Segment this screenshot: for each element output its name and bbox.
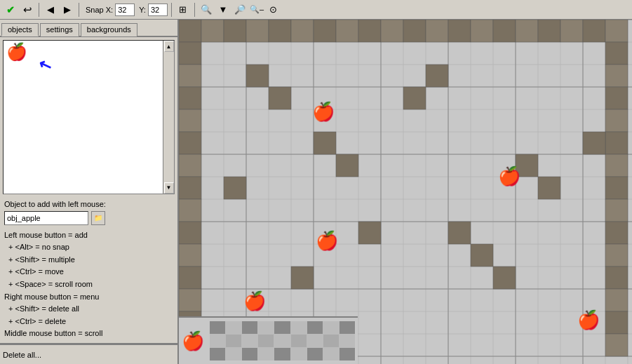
instr-line-2: + <Alt> = no snap [4, 241, 173, 254]
svg-rect-30 [179, 199, 201, 222]
svg-rect-11 [358, 20, 381, 42]
tab-settings-label: settings [46, 25, 73, 34]
search-icon: 🔍 [201, 4, 212, 15]
preview-cell [339, 348, 355, 360]
svg-rect-33 [179, 267, 201, 289]
svg-rect-49 [605, 311, 628, 334]
svg-rect-63 [583, 132, 605, 154]
svg-rect-51 [246, 65, 269, 87]
instr-line-1: Left mouse button = add [4, 229, 173, 242]
search-dropdown-button[interactable]: ▼ [215, 2, 231, 18]
svg-rect-27 [179, 132, 201, 154]
snap-x-label: Snap X: [86, 6, 113, 14]
snap-x-input[interactable]: 32 [115, 4, 135, 16]
undo-button[interactable]: ↩ [20, 2, 35, 18]
zoom-reset-button[interactable]: ⊙ [266, 2, 281, 18]
scroll-down-btn[interactable]: ▼ [164, 182, 174, 194]
forward-icon: ▶ [64, 4, 71, 15]
svg-rect-65 [426, 65, 448, 87]
zoom-in-icon: 🔎 [234, 4, 246, 15]
object-name-input[interactable]: obj_apple [4, 211, 88, 225]
svg-rect-16 [471, 20, 493, 42]
svg-rect-57 [471, 244, 493, 267]
svg-rect-26 [179, 109, 201, 132]
tab-objects[interactable]: objects [1, 23, 39, 36]
svg-rect-14 [426, 20, 448, 42]
zoom-in-button[interactable]: 🔎 [232, 2, 248, 18]
bottom-preview-strip: 🍎 [179, 316, 358, 364]
bottom-strip: Delete all... [0, 344, 177, 364]
svg-rect-12 [381, 20, 403, 42]
svg-rect-18 [516, 20, 538, 42]
preview-cell [323, 348, 339, 360]
preview-cell [258, 335, 274, 347]
svg-rect-52 [269, 87, 291, 109]
search-button[interactable]: 🔍 [199, 2, 214, 18]
svg-rect-56 [448, 222, 471, 244]
svg-rect-23 [179, 42, 201, 65]
zoom-out-button[interactable]: 🔍– [249, 2, 264, 18]
preview-cell [258, 348, 274, 360]
preview-cell [274, 348, 290, 360]
tab-backgrounds[interactable]: backgrounds [81, 23, 137, 36]
toolbar-separator-3 [171, 3, 172, 17]
check-icon: ✔ [6, 4, 15, 15]
object-info-section: Object to add with left mouse: obj_apple… [0, 197, 177, 343]
browse-button[interactable]: 📁 [91, 211, 105, 225]
object-input-row: obj_apple 📁 [4, 211, 173, 225]
canvas-area[interactable]: 🍎 🍎 🍎 🍎 🍎 🍎 [179, 20, 632, 364]
svg-rect-59 [516, 154, 538, 177]
svg-rect-44 [605, 199, 628, 222]
forward-button[interactable]: ▶ [60, 2, 75, 18]
svg-rect-28 [179, 154, 201, 177]
main-layout: objects settings backgrounds 🍎 ↖ ▲ ▼ O [0, 20, 632, 364]
svg-rect-47 [605, 267, 628, 289]
svg-rect-9 [314, 20, 336, 42]
preview-cell [258, 321, 274, 334]
svg-rect-24 [179, 65, 201, 87]
preview-cell [307, 335, 323, 347]
svg-rect-10 [336, 20, 358, 42]
tab-settings[interactable]: settings [40, 23, 79, 36]
instr-line-6: Right mouse button = menu [4, 291, 173, 304]
zoom-reset-icon: ⊙ [269, 4, 277, 15]
svg-rect-40 [605, 109, 628, 132]
preview-cell [210, 348, 225, 360]
toolbar-separator-1 [39, 3, 39, 17]
svg-rect-25 [179, 87, 201, 109]
preview-cell [307, 348, 323, 360]
check-button[interactable]: ✔ [3, 2, 18, 18]
back-button[interactable]: ◀ [43, 2, 58, 18]
svg-rect-39 [605, 87, 628, 109]
preview-cell [226, 321, 241, 334]
svg-rect-50 [605, 334, 628, 356]
preview-cell [274, 335, 290, 347]
snap-x-value: 32 [118, 6, 126, 14]
svg-rect-6 [246, 20, 269, 42]
scroll-up-btn[interactable]: ▲ [164, 41, 174, 52]
svg-rect-15 [448, 20, 471, 42]
grid-button[interactable]: ⊞ [175, 2, 191, 18]
svg-rect-43 [605, 177, 628, 199]
tabs-bar: objects settings backgrounds [0, 20, 177, 37]
svg-rect-13 [403, 20, 426, 42]
preview-cell [323, 335, 339, 347]
snap-y-input[interactable]: 32 [148, 4, 168, 16]
svg-rect-55 [403, 87, 426, 109]
back-icon: ◀ [47, 4, 54, 15]
svg-rect-22 [605, 20, 628, 42]
svg-rect-64 [358, 222, 381, 244]
svg-rect-53 [314, 132, 336, 154]
svg-rect-58 [493, 267, 516, 289]
browse-icon: 📁 [94, 214, 102, 222]
svg-rect-48 [605, 289, 628, 311]
toolbar-separator-4 [194, 3, 195, 17]
preview-cell [339, 321, 355, 334]
vertical-scrollbar[interactable]: ▲ ▼ [163, 41, 174, 194]
instr-line-5: + <Space> = scroll room [4, 278, 173, 291]
grid-icon: ⊞ [179, 4, 187, 15]
snap-y-group: Y: 32 [136, 4, 168, 16]
svg-rect-62 [224, 177, 246, 199]
objects-list-area[interactable]: 🍎 ↖ ▲ ▼ [3, 40, 175, 194]
preview-cell [242, 348, 257, 360]
